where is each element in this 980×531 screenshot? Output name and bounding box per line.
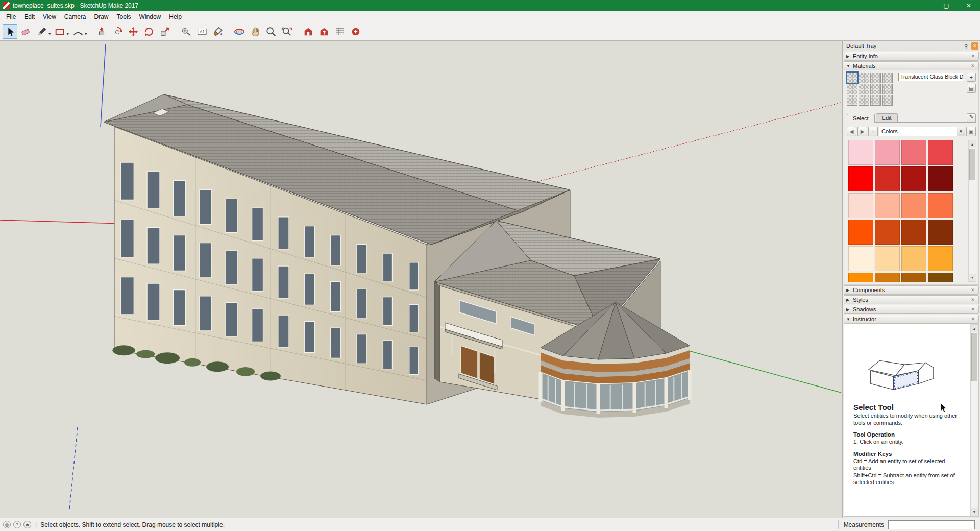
report-tool-button[interactable] [333, 24, 348, 39]
tape-tool-button[interactable] [179, 24, 194, 39]
color-swatch-19[interactable] [928, 246, 953, 271]
color-swatch-22[interactable] [901, 273, 926, 282]
details-button[interactable]: ▣ [966, 127, 976, 136]
color-swatch-5[interactable] [875, 166, 900, 191]
scroll-down-icon[interactable]: ▼ [971, 508, 978, 516]
material-thumbnail[interactable] [882, 95, 893, 106]
move-tool-button[interactable] [126, 24, 141, 39]
color-swatch-21[interactable] [875, 273, 900, 282]
sample-paint-button[interactable]: ✎ [967, 113, 976, 122]
shapes-dropdown-arrow[interactable]: ▾ [67, 27, 69, 36]
close-panel-icon[interactable]: ✕ [969, 297, 976, 302]
tab-edit[interactable]: Edit [876, 113, 898, 122]
shapes-tool-button[interactable] [53, 24, 67, 39]
material-thumbnail[interactable] [859, 84, 869, 94]
close-panel-icon[interactable]: ✕ [969, 287, 976, 293]
shadows-panel-header[interactable]: ▶ Shadows ✕ [844, 305, 979, 314]
warehouse-tool-button[interactable] [301, 24, 316, 39]
offset-tool-button[interactable] [110, 24, 125, 39]
chevron-down-icon[interactable]: ▼ [957, 127, 965, 136]
pin-icon[interactable]: ⚲ [963, 43, 970, 49]
orbit-tool-button[interactable] [232, 24, 247, 39]
menu-view[interactable]: View [39, 12, 60, 21]
eraser-tool-button[interactable] [18, 24, 33, 39]
color-swatch-13[interactable] [875, 220, 900, 245]
model-viewport[interactable] [0, 41, 842, 518]
color-swatch-10[interactable] [901, 193, 926, 218]
scroll-down-icon[interactable]: ▼ [969, 274, 976, 281]
material-thumbnail[interactable] [859, 73, 869, 83]
share-tool-button[interactable] [317, 24, 332, 39]
styles-panel-header[interactable]: ▶ Styles ✕ [844, 295, 979, 304]
color-swatch-9[interactable] [875, 193, 900, 218]
collection-dropdown[interactable]: Colors ▼ [879, 127, 965, 136]
color-swatch-17[interactable] [875, 246, 900, 271]
material-thumbnail[interactable] [870, 95, 881, 106]
create-material-button[interactable]: + [967, 73, 976, 82]
color-swatch-2[interactable] [901, 140, 926, 165]
secondary-pane-button[interactable]: ▤ [967, 84, 976, 93]
color-swatch-1[interactable] [875, 140, 900, 165]
menu-file[interactable]: File [2, 12, 20, 21]
color-swatch-11[interactable] [928, 193, 953, 218]
color-swatch-6[interactable] [901, 166, 926, 191]
pushpull-tool-button[interactable] [94, 24, 109, 39]
color-swatch-23[interactable] [928, 273, 953, 282]
line-dropdown-arrow[interactable]: ▾ [48, 27, 51, 36]
account-icon[interactable]: ☻ [23, 521, 31, 528]
material-thumbnail[interactable] [870, 73, 881, 83]
close-button[interactable]: ✕ [958, 0, 980, 11]
menu-window[interactable]: Window [135, 12, 165, 21]
in-model-home-button[interactable]: ⌂ [868, 127, 878, 136]
paint-tool-button[interactable] [211, 24, 226, 39]
menu-camera[interactable]: Camera [60, 12, 90, 21]
minimize-button[interactable]: ― [913, 0, 935, 11]
entity-info-panel-header[interactable]: ▶ Entity Info ✕ [844, 52, 979, 61]
scroll-up-icon[interactable]: ▲ [969, 140, 976, 148]
menu-edit[interactable]: Edit [20, 12, 39, 21]
geolocation-icon[interactable]: ◎ [3, 521, 11, 528]
material-thumbnail[interactable] [847, 73, 857, 83]
menu-tools[interactable]: Tools [113, 12, 135, 21]
components-panel-header[interactable]: ▶ Components ✕ [844, 285, 979, 295]
materials-panel-header[interactable]: ▼ Materials ✕ [844, 61, 979, 70]
color-swatch-12[interactable] [848, 220, 873, 245]
line-tool-button[interactable] [34, 24, 49, 39]
material-thumbnail[interactable] [859, 95, 869, 106]
extensions-tool-button[interactable] [349, 24, 363, 39]
color-swatch-14[interactable] [901, 220, 926, 245]
forward-button[interactable]: ▶ [857, 127, 867, 136]
menu-help[interactable]: Help [165, 12, 186, 21]
tray-close-icon[interactable]: ✕ [971, 42, 978, 50]
color-swatch-8[interactable] [848, 193, 873, 218]
back-button[interactable]: ◀ [847, 127, 856, 136]
color-swatch-7[interactable] [928, 166, 953, 191]
instructor-scrollbar[interactable]: ▲ ▼ [970, 324, 978, 516]
text-tool-button[interactable]: A1 [195, 24, 210, 39]
pan-tool-button[interactable] [248, 24, 263, 39]
material-thumbnail[interactable] [882, 73, 893, 83]
color-swatch-18[interactable] [901, 246, 926, 271]
close-panel-icon[interactable]: ✕ [969, 317, 976, 322]
material-thumbnail[interactable] [847, 84, 857, 94]
close-panel-icon[interactable]: ✕ [969, 307, 976, 312]
rotate-tool-button[interactable] [142, 24, 157, 39]
help-icon[interactable]: ? [13, 521, 21, 528]
arc-dropdown-arrow[interactable]: ▾ [85, 27, 87, 36]
color-swatch-4[interactable] [848, 166, 873, 191]
material-thumbnail[interactable] [870, 84, 881, 94]
select-tool-button[interactable] [3, 24, 17, 39]
materials-scrollbar[interactable]: ▲ ▼ [968, 140, 976, 282]
menu-draw[interactable]: Draw [90, 12, 113, 21]
material-thumbnail[interactable] [847, 95, 857, 106]
color-swatch-20[interactable] [848, 273, 873, 282]
instructor-panel-header[interactable]: ▼ Instructor ✕ [844, 315, 979, 324]
arc-tool-button[interactable] [70, 24, 85, 39]
scroll-thumb[interactable] [971, 333, 977, 381]
scale-tool-button[interactable] [158, 24, 173, 39]
measurements-input[interactable] [888, 520, 975, 529]
zoomext-tool-button[interactable] [280, 24, 295, 39]
close-panel-icon[interactable]: ✕ [969, 63, 976, 68]
scroll-up-icon[interactable]: ▲ [971, 325, 978, 332]
color-swatch-3[interactable] [928, 140, 953, 165]
